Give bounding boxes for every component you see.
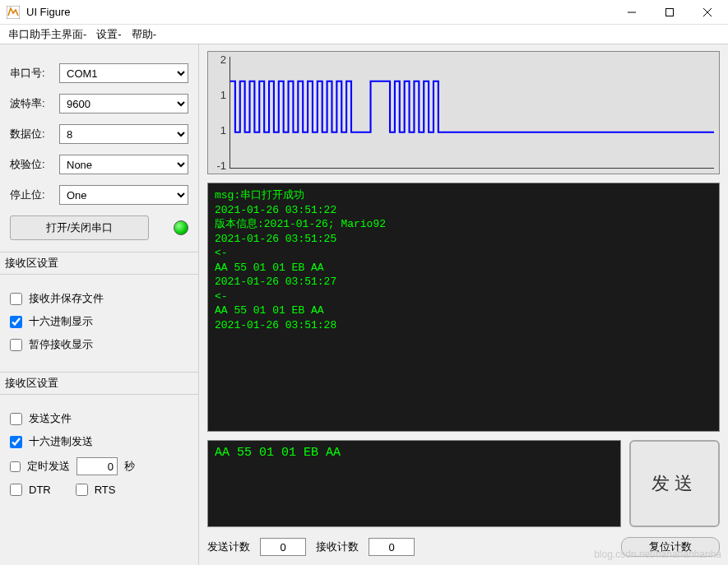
plot-y-axis: 2 1 1 -1 [210, 52, 226, 174]
dtr-checkbox[interactable] [10, 484, 22, 496]
baud-label: 波特率: [10, 96, 59, 111]
parity-label: 校验位: [10, 157, 59, 172]
tx-timer-unit: 秒 [124, 459, 135, 474]
tx-count-label: 发送计数 [207, 540, 250, 554]
close-button[interactable] [689, 0, 726, 25]
plot-canvas [230, 57, 714, 169]
port-status-led [174, 220, 188, 235]
baud-select[interactable]: 9600 [59, 94, 188, 113]
parity-select[interactable]: None [59, 155, 188, 174]
tx-hex-send-checkbox[interactable] [10, 436, 22, 448]
rx-count-label: 接收计数 [316, 540, 359, 554]
rts-checkbox[interactable] [76, 484, 88, 496]
send-input[interactable] [207, 440, 621, 527]
tx-timer-input[interactable] [77, 457, 118, 475]
tx-timed-send-checkbox[interactable] [10, 461, 21, 472]
waveform-plot: 2 1 1 -1 [207, 51, 720, 174]
stop-select[interactable]: One [59, 185, 188, 205]
port-label: 串口号: [10, 66, 59, 81]
reset-counter-button[interactable]: 复位计数 [621, 537, 720, 557]
tx-send-file-checkbox[interactable] [10, 413, 22, 425]
tx-hex-send-label: 十六进制发送 [29, 434, 93, 449]
sidebar: 串口号: COM1 波特率: 9600 数据位: 8 校验位: None 停止位… [0, 44, 199, 565]
window-title: UI Figure [26, 6, 613, 18]
serial-config-panel: 串口号: COM1 波特率: 9600 数据位: 8 校验位: None 停止位… [0, 44, 198, 252]
rts-label: RTS [95, 484, 116, 496]
receive-log[interactable]: msg:串口打开成功 2021-01-26 03:51:22 版本信息:2021… [207, 183, 720, 432]
rx-count-field[interactable] [369, 538, 415, 556]
tx-settings-panel: 接收区设置 发送文件 十六进制发送 定时发送 秒 DTR RTS [0, 373, 198, 516]
stop-label: 停止位: [10, 188, 59, 202]
rx-settings-panel: 接收区设置 接收并保存文件 十六进制显示 暂停接收显示 [0, 252, 198, 373]
data-select[interactable]: 8 [59, 124, 188, 144]
app-icon [7, 6, 20, 19]
open-close-port-button[interactable]: 打开/关闭串口 [10, 215, 149, 240]
tx-count-field[interactable] [260, 538, 306, 556]
rx-pause-label: 暂停接收显示 [29, 337, 93, 352]
tx-settings-title: 接收区设置 [0, 373, 198, 395]
rx-pause-checkbox[interactable] [10, 339, 22, 351]
svg-rect-3 [666, 8, 674, 16]
port-select[interactable]: COM1 [59, 63, 188, 83]
menubar: 串口助手主界面- 设置- 帮助- [0, 25, 728, 44]
rx-hex-display-checkbox[interactable] [10, 316, 22, 328]
dtr-label: DTR [29, 484, 51, 496]
menu-main[interactable]: 串口助手主界面- [3, 25, 91, 44]
rx-hex-display-label: 十六进制显示 [29, 314, 93, 329]
rx-save-file-label: 接收并保存文件 [29, 291, 104, 306]
maximize-button[interactable] [651, 0, 689, 25]
main-area: 2 1 1 -1 msg:串口打开成功 2021-01-26 03:51:22 … [199, 44, 728, 565]
tx-send-file-label: 发送文件 [29, 411, 72, 426]
menu-settings[interactable]: 设置- [91, 25, 126, 44]
data-label: 数据位: [10, 127, 59, 141]
rx-settings-title: 接收区设置 [0, 252, 198, 275]
tx-timed-send-label: 定时发送 [27, 459, 70, 474]
send-button[interactable]: 发送 [629, 440, 720, 527]
menu-help[interactable]: 帮助- [127, 25, 161, 44]
minimize-button[interactable] [613, 0, 651, 25]
counter-row: 发送计数 接收计数 复位计数 [207, 535, 720, 557]
rx-save-file-checkbox[interactable] [10, 293, 22, 305]
titlebar: UI Figure [0, 0, 728, 25]
